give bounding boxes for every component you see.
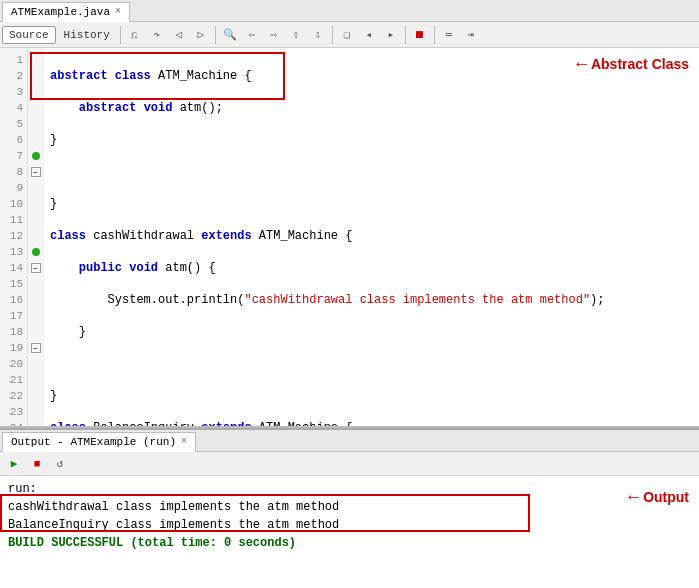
- code-line-9: }: [50, 324, 693, 340]
- breakpoint-dot-13: [32, 248, 40, 256]
- toolbar-separator-2: [215, 26, 216, 44]
- output-tab-bar: Output - ATMExample (run) ×: [0, 430, 699, 452]
- output-tab[interactable]: Output - ATMExample (run) ×: [2, 432, 196, 452]
- undo-icon[interactable]: ⎌: [125, 25, 145, 45]
- output-annotation: ← Output: [628, 488, 689, 506]
- code-line-3: }: [50, 132, 693, 148]
- toolbar-separator-5: [434, 26, 435, 44]
- output-arrow: ←: [628, 488, 639, 506]
- stop-icon[interactable]: ⏹: [410, 25, 430, 45]
- output-line-build: BUILD SUCCESSFUL (total time: 0 seconds): [8, 534, 691, 552]
- code-line-10: [50, 356, 693, 372]
- next-match-icon[interactable]: ⇨: [264, 25, 284, 45]
- forward-icon[interactable]: ▷: [191, 25, 211, 45]
- output-tab-close[interactable]: ×: [181, 436, 187, 447]
- breakpoint-dot-7: [32, 152, 40, 160]
- output-line-run: run:: [8, 480, 691, 498]
- output-label: Output: [643, 488, 689, 506]
- file-tab-close[interactable]: ×: [115, 6, 121, 17]
- back-icon[interactable]: ◁: [169, 25, 189, 45]
- fold-icon-19[interactable]: −: [31, 343, 41, 353]
- output-panel: Output - ATMExample (run) × ▶ ■ ↺ ← Outp…: [0, 428, 699, 588]
- code-content[interactable]: abstract class ATM_Machine { abstract vo…: [44, 48, 699, 426]
- history-tab-button[interactable]: History: [58, 27, 116, 43]
- output-line-1: cashWithdrawal class implements the atm …: [8, 498, 691, 516]
- search-icon[interactable]: 🔍: [220, 25, 240, 45]
- file-tab-atmexample[interactable]: ATMExample.java ×: [2, 2, 130, 22]
- rerun-icon[interactable]: ↺: [50, 454, 70, 474]
- fold-icon-8[interactable]: −: [31, 167, 41, 177]
- ide-window: ATMExample.java × Source History ⎌ ↷ ◁ ▷…: [0, 0, 699, 588]
- indent-icon[interactable]: ⇥: [461, 25, 481, 45]
- code-editor[interactable]: ← Abstract Class 1 2 3 4 5 6 7 8 9 10 11…: [0, 48, 699, 428]
- format-icon[interactable]: ≔: [439, 25, 459, 45]
- abstract-class-arrow: ←: [576, 54, 587, 74]
- toggle-bookmark-icon[interactable]: ❏: [337, 25, 357, 45]
- prev-match-icon[interactable]: ⇦: [242, 25, 262, 45]
- toolbar-separator-3: [332, 26, 333, 44]
- gutter: − − −: [28, 48, 44, 426]
- code-line-4: [50, 164, 693, 180]
- output-content: ← Output run: cashWithdrawal class imple…: [0, 476, 699, 588]
- toolbar-separator-1: [120, 26, 121, 44]
- source-tab-button[interactable]: Source: [2, 26, 56, 44]
- redo-icon[interactable]: ↷: [147, 25, 167, 45]
- line-numbers: 1 2 3 4 5 6 7 8 9 10 11 12 13 14 15 16 1…: [0, 48, 28, 426]
- code-line-2: abstract void atm();: [50, 100, 693, 116]
- code-line-11: }: [50, 388, 693, 404]
- output-tab-label: Output - ATMExample (run): [11, 436, 176, 448]
- code-line-6: class cashWithdrawal extends ATM_Machine…: [50, 228, 693, 244]
- code-line-12: class BalanceInquiry extends ATM_Machine…: [50, 420, 693, 426]
- fold-icon-14[interactable]: −: [31, 263, 41, 273]
- abstract-class-annotation: ← Abstract Class: [576, 54, 689, 74]
- code-line-8: System.out.println("cashWithdrawal class…: [50, 292, 693, 308]
- abstract-class-label: Abstract Class: [591, 56, 689, 72]
- source-history-toolbar: Source History ⎌ ↷ ◁ ▷ 🔍 ⇦ ⇨ ⇧ ⇩ ❏ ◂ ▸ ⏹…: [0, 22, 699, 48]
- toolbar-separator-4: [405, 26, 406, 44]
- run-again-icon[interactable]: ▶: [4, 454, 24, 474]
- file-tab-label: ATMExample.java: [11, 6, 110, 18]
- next-occurrence-icon[interactable]: ⇩: [308, 25, 328, 45]
- code-line-7: public void atm() {: [50, 260, 693, 276]
- output-toolbar: ▶ ■ ↺: [0, 452, 699, 476]
- prev-occurrence-icon[interactable]: ⇧: [286, 25, 306, 45]
- output-line-2: BalanceInquiry class implements the atm …: [8, 516, 691, 534]
- code-line-5: }: [50, 196, 693, 212]
- next-bookmark-icon[interactable]: ▸: [381, 25, 401, 45]
- prev-bookmark-icon[interactable]: ◂: [359, 25, 379, 45]
- stop-run-icon[interactable]: ■: [27, 454, 47, 474]
- file-tab-bar: ATMExample.java ×: [0, 0, 699, 22]
